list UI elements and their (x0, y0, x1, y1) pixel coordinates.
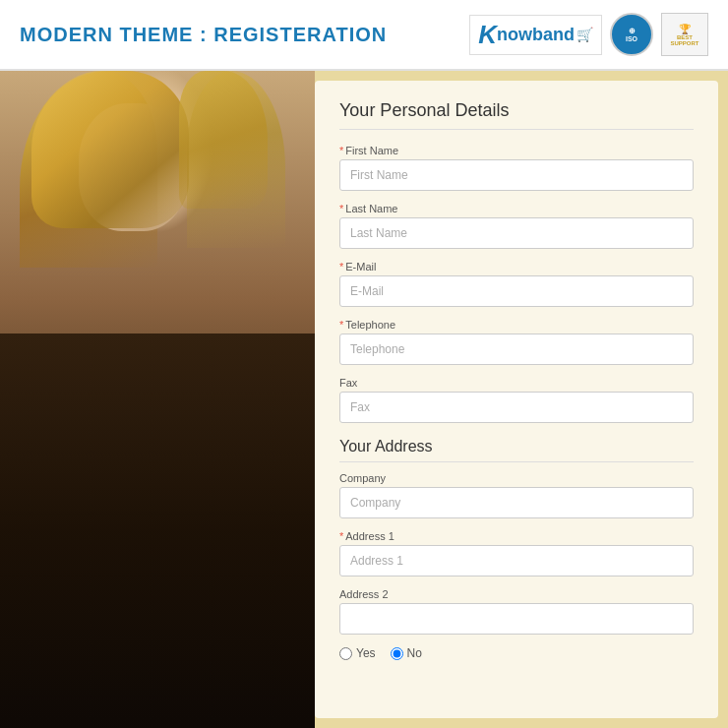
address1-label: *Address 1 (339, 530, 694, 542)
first-name-group: *First Name (339, 145, 694, 191)
required-star: * (339, 319, 343, 331)
address2-input[interactable] (339, 603, 694, 635)
email-input[interactable] (339, 275, 694, 307)
model-image-section (0, 71, 315, 728)
radio-yes-input[interactable] (339, 647, 352, 660)
page-title: MODERN THEME : REGISTERATION (20, 24, 387, 46)
knowband-k-icon: K (478, 20, 497, 50)
radio-no-input[interactable] (391, 647, 403, 660)
company-label: Company (339, 472, 694, 484)
iso-badge: ⊕ ISO (610, 13, 653, 56)
knowband-name: nowband (497, 25, 575, 45)
radio-no-label[interactable]: No (391, 646, 422, 660)
required-star: * (339, 203, 343, 214)
fax-input[interactable] (339, 392, 694, 423)
email-group: *E-Mail (339, 261, 694, 307)
page-header: MODERN THEME : REGISTERATION K nowband 🛒… (0, 0, 728, 71)
registration-form-section: Your Personal Details *First Name *Last … (315, 81, 718, 718)
required-star: * (339, 530, 343, 542)
address-title: Your Address (339, 438, 694, 462)
personal-details-title: Your Personal Details (339, 100, 694, 130)
company-input[interactable] (339, 487, 694, 518)
last-name-input[interactable] (339, 217, 694, 249)
main-content: Your Personal Details *First Name *Last … (0, 71, 728, 728)
email-label: *E-Mail (339, 261, 694, 273)
telephone-group: *Telephone (339, 319, 694, 365)
address1-group: *Address 1 (339, 530, 694, 576)
address1-input[interactable] (339, 545, 694, 576)
fax-label: Fax (339, 377, 694, 389)
first-name-label: *First Name (339, 145, 694, 156)
jacket-body (0, 334, 315, 728)
hair-left (31, 71, 189, 228)
telephone-label: *Telephone (339, 319, 694, 331)
header-logos: K nowband 🛒 ⊕ ISO 🏆 BEST SUPPORT (469, 13, 708, 56)
cart-icon: 🛒 (576, 27, 593, 42)
address2-label: Address 2 (339, 588, 694, 600)
fax-group: Fax (339, 377, 694, 423)
address2-group: Address 2 (339, 588, 694, 635)
required-star: * (339, 145, 343, 156)
best-support-badge: 🏆 BEST SUPPORT (661, 13, 708, 56)
last-name-label: *Last Name (339, 203, 694, 214)
company-group: Company (339, 472, 694, 518)
hair-right (179, 71, 268, 209)
telephone-input[interactable] (339, 334, 694, 365)
radio-yes-label[interactable]: Yes (339, 646, 376, 660)
last-name-group: *Last Name (339, 203, 694, 249)
newsletter-radio-group: Yes No (339, 646, 694, 660)
first-name-input[interactable] (339, 159, 694, 191)
required-star: * (339, 261, 343, 273)
